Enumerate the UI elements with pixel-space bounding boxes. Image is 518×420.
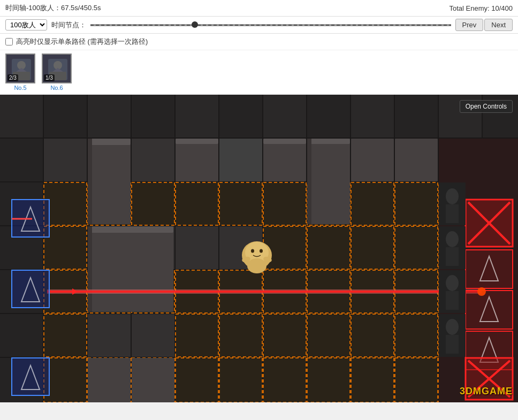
prev-button[interactable]: Prev <box>455 19 484 31</box>
total-enemy-label: Total Enemy: <box>449 4 489 12</box>
top-bar: 时间轴-100敌人：67.5s/450.5s Total Enemy: 10/4… <box>0 0 518 17</box>
svg-rect-110 <box>439 139 518 182</box>
svg-rect-36 <box>132 182 174 225</box>
svg-rect-24 <box>132 139 174 181</box>
svg-rect-78 <box>395 314 438 357</box>
timeline-slider[interactable] <box>90 24 451 26</box>
timeline-info: 时间轴-100敌人：67.5s/450.5s <box>5 3 101 13</box>
svg-rect-106 <box>351 139 394 181</box>
svg-rect-70 <box>44 314 87 357</box>
svg-rect-71 <box>88 314 131 357</box>
svg-rect-88 <box>307 358 350 402</box>
enemy-count-dropdown[interactable]: 100敌人 <box>5 19 47 30</box>
timeline-slider-container[interactable] <box>90 24 451 26</box>
checkbox-label: 高亮时仅显示单条路径 (需再选择一次路径) <box>16 37 148 47</box>
svg-rect-104 <box>307 139 350 144</box>
svg-rect-143 <box>446 204 459 223</box>
svg-rect-54 <box>395 226 438 269</box>
svg-rect-34 <box>44 182 87 225</box>
operator-img-no6: 1/3 <box>42 54 72 83</box>
svg-rect-102 <box>263 139 306 144</box>
svg-rect-98 <box>88 226 92 312</box>
svg-rect-12 <box>132 95 174 138</box>
svg-rect-95 <box>88 139 92 224</box>
svg-rect-9 <box>0 95 43 138</box>
svg-rect-146 <box>446 247 459 266</box>
svg-rect-101 <box>263 139 306 181</box>
svg-rect-51 <box>263 226 306 269</box>
svg-point-145 <box>446 231 459 247</box>
svg-rect-26 <box>219 139 262 181</box>
checkbox-row: 高亮时仅显示单条路径 (需再选择一次路径) <box>0 34 518 50</box>
svg-rect-17 <box>351 95 394 138</box>
svg-rect-105 <box>307 139 311 224</box>
svg-rect-10 <box>44 95 87 138</box>
svg-rect-18 <box>395 95 438 138</box>
svg-rect-39 <box>263 182 306 225</box>
svg-rect-11 <box>88 95 131 138</box>
svg-point-156 <box>260 249 263 253</box>
game-map-svg <box>0 95 518 402</box>
svg-rect-85 <box>176 358 218 402</box>
nav-buttons: Prev Next <box>455 19 513 31</box>
svg-rect-93 <box>88 139 131 224</box>
svg-point-142 <box>446 188 459 204</box>
operator-name-no5: No.5 <box>14 85 26 91</box>
svg-rect-52 <box>307 226 350 269</box>
operator-badge-no6: 1/3 <box>44 74 55 81</box>
svg-rect-90 <box>395 358 438 402</box>
svg-rect-37 <box>176 182 218 225</box>
svg-rect-69 <box>0 314 43 357</box>
operator-card-no5[interactable]: 2/3 No.5 <box>5 54 35 91</box>
svg-rect-82 <box>44 358 87 402</box>
svg-rect-15 <box>263 95 306 138</box>
svg-rect-109 <box>132 358 174 402</box>
svg-rect-107 <box>395 139 438 181</box>
highlight-path-checkbox[interactable] <box>5 38 13 45</box>
svg-rect-97 <box>88 226 173 233</box>
svg-rect-49 <box>176 226 218 269</box>
next-button[interactable]: Next <box>484 19 513 31</box>
timeline-slider-thumb[interactable] <box>192 21 198 28</box>
svg-rect-87 <box>263 358 306 402</box>
svg-rect-152 <box>446 335 459 354</box>
svg-rect-86 <box>219 358 262 402</box>
svg-rect-16 <box>307 95 350 138</box>
svg-point-135 <box>477 287 486 296</box>
svg-rect-38 <box>219 182 262 225</box>
svg-rect-41 <box>351 182 394 225</box>
svg-rect-72 <box>132 314 174 357</box>
operator-card-no6[interactable]: 1/3 No.6 <box>42 54 72 91</box>
svg-rect-89 <box>351 358 394 402</box>
timeline-bar: 100敌人 时间节点： Prev Next <box>0 17 518 34</box>
svg-rect-13 <box>176 95 218 138</box>
operator-img-no5: 2/3 <box>5 54 35 83</box>
watermark: 3DMGAME <box>460 386 513 397</box>
svg-point-151 <box>446 319 459 335</box>
svg-rect-74 <box>219 314 262 357</box>
svg-rect-108 <box>88 358 131 402</box>
svg-rect-22 <box>44 139 87 181</box>
total-enemy-value: 10/400 <box>491 4 513 12</box>
svg-rect-76 <box>307 314 350 357</box>
timeline-time: 67.5s/450.5s <box>61 4 101 12</box>
svg-rect-99 <box>176 139 218 181</box>
svg-rect-53 <box>351 226 394 269</box>
svg-rect-46 <box>44 226 87 269</box>
open-controls-button[interactable]: Open Controls <box>460 100 513 113</box>
svg-rect-75 <box>263 314 306 357</box>
svg-rect-100 <box>176 139 218 144</box>
operator-badge-no5: 2/3 <box>7 74 18 81</box>
timeline-node-label: 时间节点： <box>51 20 86 30</box>
operator-name-no6: No.6 <box>50 85 63 91</box>
svg-rect-103 <box>307 139 350 224</box>
svg-rect-73 <box>176 314 218 357</box>
timeline-slider-line <box>90 25 451 26</box>
svg-point-157 <box>247 258 266 273</box>
svg-rect-96 <box>88 226 173 312</box>
svg-point-148 <box>446 275 459 291</box>
svg-rect-42 <box>395 182 438 225</box>
timeline-label: 时间轴-100敌人： <box>5 4 61 12</box>
svg-rect-77 <box>351 314 394 357</box>
total-enemy-display: Total Enemy: 10/400 <box>449 4 513 12</box>
